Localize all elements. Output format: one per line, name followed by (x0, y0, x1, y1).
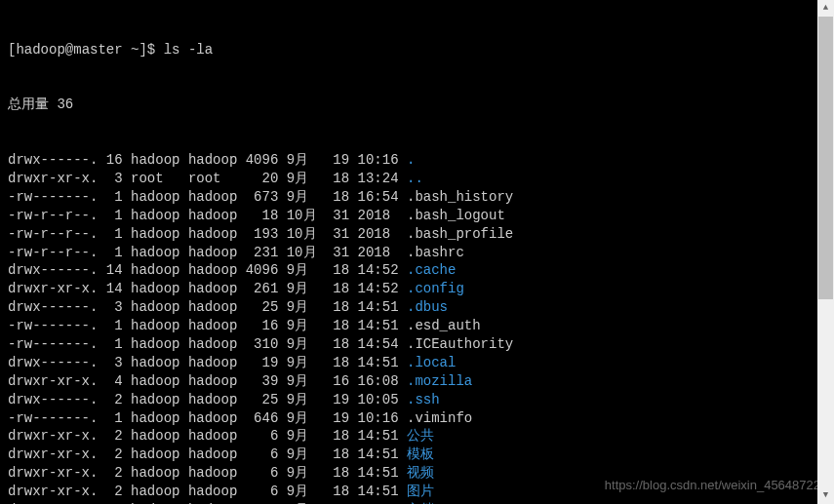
list-item: -rw-------. 1 hadoop hadoop 16 9月 18 14:… (8, 317, 826, 335)
prompt-host: master (73, 42, 122, 58)
list-item: drwx------. 3 hadoop hadoop 19 9月 18 14:… (8, 354, 826, 372)
filename: .cache (407, 262, 456, 278)
list-item: drwxr-xr-x. 4 hadoop hadoop 39 9月 16 16:… (8, 372, 826, 391)
watermark: https://blog.csdn.net/weixin_45648722 (605, 477, 820, 494)
list-item: -rw-------. 1 hadoop hadoop 310 9月 18 14… (8, 335, 826, 354)
listing: drwx------. 16 hadoop hadoop 4096 9月 19 … (8, 151, 826, 504)
list-item: -rw-r--r--. 1 hadoop hadoop 193 10月 31 2… (8, 225, 826, 244)
scrollbar[interactable]: ▲ ▼ (817, 0, 834, 504)
list-item: drwx------. 16 hadoop hadoop 4096 9月 19 … (8, 151, 826, 170)
prompt-command: ls -la (164, 42, 213, 58)
scroll-down-button[interactable]: ▼ (817, 487, 834, 504)
list-item: drwx------. 2 hadoop hadoop 25 9月 19 10:… (8, 391, 826, 409)
filename: 视频 (407, 465, 434, 481)
filename: .dbus (407, 299, 448, 315)
list-item: -rw-r--r--. 1 hadoop hadoop 231 10月 31 2… (8, 244, 826, 262)
filename: .. (407, 171, 423, 186)
filename: 公共 (407, 428, 434, 444)
list-item: drwxr-xr-x. 2 hadoop hadoop 6 9月 18 14:5… (8, 427, 826, 446)
filename: . (407, 152, 415, 168)
list-item: drwxr-xr-x. 2 hadoop hadoop 6 9月 18 14:5… (8, 446, 826, 464)
filename: .ICEauthority (407, 336, 513, 352)
scroll-thumb[interactable] (818, 17, 833, 299)
prompt-line: [hadoop@master ~]$ ls -la (8, 41, 826, 59)
list-item: -rw-------. 1 hadoop hadoop 646 9月 19 10… (8, 409, 826, 428)
filename: .mozilla (407, 373, 472, 389)
filename: .viminfo (407, 410, 472, 426)
scroll-track[interactable] (817, 17, 834, 487)
list-item: -rw-r--r--. 1 hadoop hadoop 18 10月 31 20… (8, 207, 826, 225)
filename: .bashrc (407, 245, 464, 260)
filename: .bash_logout (407, 208, 505, 223)
filename: .ssh (407, 392, 440, 407)
total-line: 总用量 36 (8, 96, 826, 114)
filename: .local (407, 355, 456, 370)
filename: .bash_profile (407, 226, 513, 242)
terminal-output[interactable]: [hadoop@master ~]$ ls -la 总用量 36 drwx---… (0, 0, 834, 504)
list-item: drwxr-xr-x. 14 hadoop hadoop 261 9月 18 1… (8, 280, 826, 298)
filename: .bash_history (407, 189, 513, 205)
filename: .config (407, 281, 464, 296)
scroll-up-button[interactable]: ▲ (817, 0, 834, 17)
filename: 模板 (407, 446, 434, 462)
prompt-user: hadoop (16, 42, 64, 58)
filename: .esd_auth (407, 318, 481, 333)
list-item: drwxr-xr-x. 3 root root 20 9月 18 13:24 .… (8, 170, 826, 188)
filename: 图片 (407, 484, 434, 499)
list-item: drwx------. 14 hadoop hadoop 4096 9月 18 … (8, 261, 826, 280)
list-item: -rw-------. 1 hadoop hadoop 673 9月 18 16… (8, 188, 826, 207)
list-item: drwx------. 3 hadoop hadoop 25 9月 18 14:… (8, 298, 826, 317)
